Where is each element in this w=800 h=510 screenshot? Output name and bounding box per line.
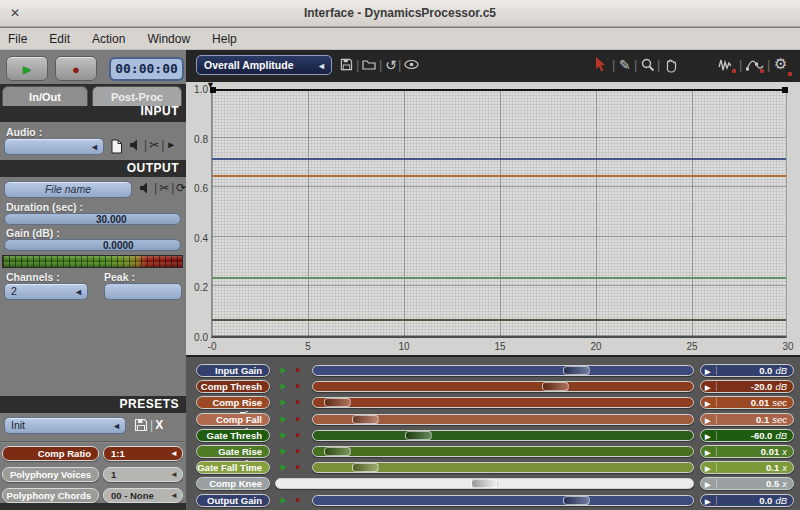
- plot-area[interactable]: ▼ 0.00.20.40.60.81.0-051015202530: [211, 90, 787, 338]
- comp-fall-time-slider[interactable]: [312, 414, 694, 425]
- comp-rise-time-label-button[interactable]: Comp Rise Time: [196, 396, 270, 409]
- curve-endpoint[interactable]: [782, 87, 788, 93]
- menu-edit[interactable]: Edit: [49, 32, 70, 46]
- polyphony-voices-button[interactable]: Polyphony Voices: [2, 467, 99, 482]
- slider-handle[interactable]: [405, 431, 432, 440]
- comp-thresh-value-box[interactable]: ▶-20.0dB: [700, 380, 794, 393]
- save-preset-icon[interactable]: [134, 418, 148, 432]
- gate-thresh-label-button[interactable]: Gate Thresh: [196, 429, 270, 442]
- param-record-icon[interactable]: ●: [295, 413, 300, 426]
- input-gain-label-button[interactable]: Input Gain: [196, 364, 270, 377]
- comp-rise-time-slider[interactable]: [312, 397, 694, 408]
- open-function-icon[interactable]: [362, 59, 376, 70]
- play-button[interactable]: ►: [6, 56, 48, 81]
- slider-handle[interactable]: [352, 415, 379, 424]
- gate-fall-time-slider[interactable]: [312, 462, 694, 473]
- zoom-tool-icon[interactable]: [641, 58, 655, 72]
- monitor-speaker-icon[interactable]: [138, 181, 152, 195]
- slider-handle[interactable]: [542, 382, 569, 391]
- value-spin-arrow-icon[interactable]: ▶: [705, 430, 710, 443]
- slider-handle[interactable]: [324, 447, 351, 456]
- gate-rise-time-value-box[interactable]: ▶0.01x: [700, 445, 794, 458]
- param-record-icon[interactable]: ●: [295, 445, 300, 458]
- save-function-icon[interactable]: [340, 58, 353, 71]
- pan-hand-tool-icon[interactable]: [664, 58, 678, 73]
- param-play-icon[interactable]: ►: [279, 380, 288, 393]
- gate-fall-time-label-button[interactable]: Gate Fall Time: [196, 461, 270, 474]
- comp-knee-value-box[interactable]: ▶0.5x: [700, 477, 794, 490]
- draw-pointer-tool-icon[interactable]: [593, 56, 608, 73]
- slider-handle[interactable]: [352, 463, 379, 472]
- slider-handle[interactable]: [471, 479, 498, 488]
- delete-preset-button[interactable]: X: [155, 418, 163, 432]
- show-hide-eye-icon[interactable]: [404, 59, 419, 70]
- play-source-icon[interactable]: ►: [166, 138, 176, 152]
- comp-knee-slider[interactable]: [275, 478, 694, 489]
- preview-speaker-icon[interactable]: [128, 138, 142, 152]
- comp-rise-time-value-box[interactable]: ▶0.01sec: [700, 396, 794, 409]
- param-play-icon[interactable]: ►: [279, 461, 288, 474]
- param-play-icon[interactable]: ►: [279, 364, 288, 377]
- function-selector-dropdown[interactable]: Overall Amplitude ◄: [196, 55, 332, 75]
- param-record-icon[interactable]: ●: [295, 380, 300, 393]
- pencil-tool-icon[interactable]: ✎: [619, 57, 631, 73]
- value-spin-arrow-icon[interactable]: ▶: [705, 381, 710, 394]
- param-record-icon[interactable]: ●: [295, 494, 300, 507]
- settings-gear-icon[interactable]: ⚙: [774, 56, 787, 72]
- param-play-icon[interactable]: ►: [279, 429, 288, 442]
- comp-thresh-label-button[interactable]: Comp Thresh: [196, 380, 270, 393]
- polyphony-chords-button[interactable]: Polyphony Chords: [2, 488, 99, 503]
- param-play-icon[interactable]: ►: [279, 396, 288, 409]
- audio-file-button[interactable]: [110, 139, 123, 154]
- input-gain-slider[interactable]: [312, 365, 694, 376]
- preset-dropdown[interactable]: Init ◄: [4, 417, 126, 434]
- menu-help[interactable]: Help: [212, 32, 237, 46]
- value-spin-arrow-icon[interactable]: ▶: [705, 397, 710, 410]
- value-spin-arrow-icon[interactable]: ▶: [705, 446, 710, 459]
- record-button[interactable]: ●: [55, 56, 97, 81]
- input-gain-value-box[interactable]: ▶0.0dB: [700, 364, 794, 377]
- value-spin-arrow-icon[interactable]: ▶: [705, 365, 710, 378]
- comp-fall-time-label-button[interactable]: Comp Fall Time: [196, 413, 270, 426]
- param-play-icon[interactable]: ►: [279, 413, 288, 426]
- param-record-icon[interactable]: ●: [295, 461, 300, 474]
- comp-ratio-dropdown[interactable]: 1:1◄: [103, 446, 183, 461]
- comp-thresh-slider[interactable]: [312, 381, 694, 392]
- gate-thresh-slider[interactable]: [312, 430, 694, 441]
- trim-scissors-icon[interactable]: ✂: [159, 181, 169, 195]
- channels-dropdown[interactable]: 2 ◄: [4, 283, 88, 300]
- menu-file[interactable]: File: [8, 32, 27, 46]
- value-spin-arrow-icon[interactable]: ▶: [705, 462, 710, 475]
- param-record-icon[interactable]: ●: [295, 396, 300, 409]
- output-gain-label-button[interactable]: Output Gain: [196, 494, 270, 507]
- gate-rise-time-label-button[interactable]: Gate Rise Time: [196, 445, 270, 458]
- value-spin-arrow-icon[interactable]: ▶: [705, 478, 710, 491]
- polyphony-chords-dropdown[interactable]: 00 - None◄: [103, 488, 183, 503]
- comp-knee-label-button[interactable]: Comp Knee: [196, 477, 270, 490]
- slider-handle[interactable]: [563, 496, 590, 505]
- gate-thresh-value-box[interactable]: ▶-60.0dB: [700, 429, 794, 442]
- gain-slider[interactable]: 0.0000: [4, 239, 181, 251]
- param-play-icon[interactable]: ►: [279, 494, 288, 507]
- tab-post-proc[interactable]: Post-Proc: [92, 86, 182, 106]
- output-gain-value-box[interactable]: ▶0.0dB: [700, 494, 794, 507]
- menu-action[interactable]: Action: [92, 32, 125, 46]
- output-filename-button[interactable]: File name: [4, 181, 132, 198]
- output-gain-slider[interactable]: [312, 495, 694, 506]
- rerender-icon[interactable]: ⟳: [176, 181, 186, 195]
- tab-in-out[interactable]: In/Out: [2, 86, 88, 106]
- comp-fall-time-value-box[interactable]: ▶0.1sec: [700, 413, 794, 426]
- slider-handle[interactable]: [563, 366, 590, 375]
- curve-view-icon[interactable]: [746, 58, 764, 72]
- slider-handle[interactable]: [324, 398, 351, 407]
- value-spin-arrow-icon[interactable]: ▶: [705, 414, 710, 427]
- curve-endpoint[interactable]: [210, 87, 216, 93]
- waveform-view-icon[interactable]: [718, 58, 736, 72]
- audio-source-dropdown[interactable]: ◄: [4, 138, 104, 155]
- param-record-icon[interactable]: ●: [295, 429, 300, 442]
- comp-ratio-button[interactable]: Comp Ratio: [2, 446, 99, 461]
- param-record-icon[interactable]: ●: [295, 364, 300, 377]
- undo-icon[interactable]: ↺: [385, 57, 397, 73]
- gate-rise-time-slider[interactable]: [312, 446, 694, 457]
- gate-fall-time-value-box[interactable]: ▶0.1x: [700, 461, 794, 474]
